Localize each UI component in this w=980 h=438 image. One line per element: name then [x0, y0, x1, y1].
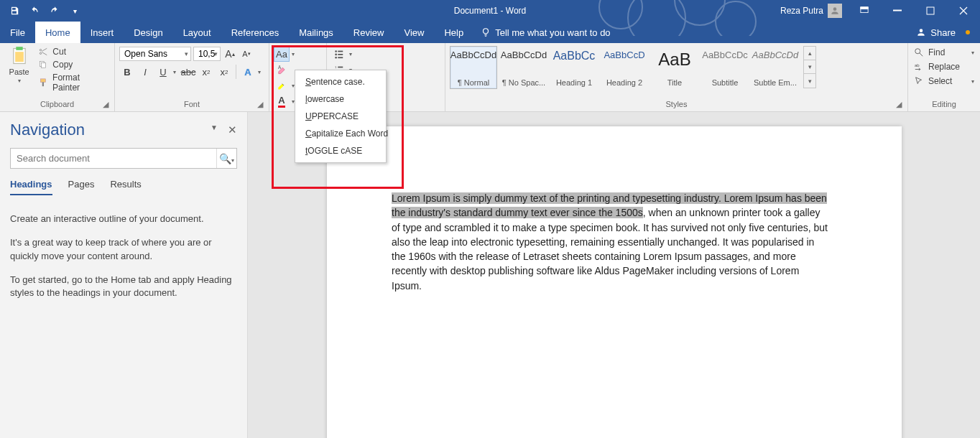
share-label: Share [930, 27, 956, 38]
style-no-spacing[interactable]: AaBbCcDd¶ No Spac... [500, 46, 547, 89]
font-name-select[interactable]: Open Sans▾ [119, 47, 191, 61]
svg-point-2 [675, 0, 725, 25]
svg-rect-15 [42, 63, 46, 68]
copy-icon [38, 60, 48, 70]
nav-pane-close[interactable]: ✕ [228, 124, 237, 136]
nav-tab-headings[interactable]: Headings [10, 179, 52, 195]
tab-view[interactable]: View [394, 22, 434, 43]
replace-button[interactable]: abReplace [912, 60, 976, 73]
style-title[interactable]: AaBTitle [651, 46, 698, 89]
paste-button[interactable]: Paste ▾ [4, 46, 34, 98]
styles-scroll-up[interactable]: ▴ [804, 47, 815, 60]
styles-expand[interactable]: ▾ [804, 74, 815, 88]
clipboard-icon [9, 46, 29, 66]
svg-rect-16 [41, 79, 46, 83]
chevron-down-icon: ▾ [971, 78, 974, 85]
menu-sentence-case[interactable]: Sentence case. [295, 73, 386, 90]
cut-button[interactable]: Cut [37, 46, 110, 57]
style-heading1[interactable]: AaBbCcHeading 1 [550, 46, 598, 89]
svg-rect-6 [893, 10, 902, 11]
nav-pane-menu[interactable]: ▼ [211, 124, 218, 136]
undo-button[interactable] [26, 2, 43, 19]
highlight-button[interactable] [274, 78, 290, 93]
superscript-button[interactable]: x2 [216, 64, 232, 80]
tab-home[interactable]: Home [35, 22, 80, 43]
user-account[interactable]: Reza Putra [775, 4, 848, 18]
qat-customize[interactable]: ▾ [66, 2, 83, 19]
italic-button[interactable]: I [137, 64, 153, 80]
tab-mailings[interactable]: Mailings [289, 22, 343, 43]
notification-dot-icon [966, 30, 970, 34]
svg-point-10 [484, 29, 489, 34]
shrink-font-button[interactable]: A▾ [239, 46, 254, 62]
tab-references[interactable]: References [221, 22, 289, 43]
menu-uppercase[interactable]: UPPERCASE [295, 108, 386, 125]
dialog-launcher-styles[interactable]: ◢ [895, 100, 903, 108]
style-subtle-emphasis[interactable]: AaBbCcDdSubtle Em... [752, 46, 799, 89]
format-painter-button[interactable]: Format Painter [37, 72, 110, 93]
minimize-button[interactable] [881, 0, 914, 22]
nav-tab-results[interactable]: Results [110, 179, 141, 195]
document-page[interactable]: Lorem Ipsum is simply dummy text of the … [327, 126, 902, 438]
share-button[interactable]: Share [906, 22, 980, 43]
redo-button[interactable] [46, 2, 63, 19]
nav-tab-pages[interactable]: Pages [68, 179, 95, 195]
grow-font-button[interactable]: A▴ [223, 46, 237, 62]
styles-scroll-down[interactable]: ▾ [804, 60, 815, 74]
close-button[interactable] [947, 0, 980, 22]
svg-rect-12 [16, 47, 22, 50]
font-color-button[interactable]: A [274, 93, 290, 109]
bold-button[interactable]: B [119, 64, 135, 80]
style-subtitle[interactable]: AaBbCcDcSubtitle [701, 46, 749, 89]
tab-help[interactable]: Help [434, 22, 473, 43]
menu-toggle-case[interactable]: tOGGLE cASE [295, 142, 386, 159]
change-case-dropdown[interactable]: ▾ [290, 51, 297, 57]
dialog-launcher-font[interactable]: ◢ [256, 100, 264, 108]
chevron-down-icon: ▾ [971, 50, 974, 56]
maximize-button[interactable] [914, 0, 947, 22]
find-button[interactable]: Find▾ [912, 46, 976, 59]
clear-formatting-button[interactable]: A [274, 62, 290, 78]
brush-icon [38, 78, 48, 88]
underline-button[interactable]: U [155, 64, 171, 80]
underline-dropdown[interactable]: ▾ [171, 69, 178, 75]
tab-design[interactable]: Design [124, 22, 172, 43]
group-styles: AaBbCcDd¶ Normal AaBbCcDd¶ No Spac... Aa… [445, 43, 908, 111]
quick-access-toolbar: ▾ [0, 2, 83, 19]
style-heading2[interactable]: AaBbCcDHeading 2 [601, 46, 648, 89]
group-label-clipboard: Clipboard [40, 100, 74, 108]
menu-capitalize-each-word[interactable]: Capitalize Each Word [295, 125, 386, 142]
tab-insert[interactable]: Insert [80, 22, 124, 43]
save-button[interactable] [6, 2, 23, 19]
change-case-button[interactable]: Aa [274, 46, 290, 62]
nav-search: 🔍▾ [10, 148, 237, 169]
svg-rect-17 [42, 82, 44, 86]
font-size-select[interactable]: 10,5▾ [193, 47, 221, 61]
tab-review[interactable]: Review [343, 22, 394, 43]
ribbon: Paste ▾ Cut Copy Format Painter Clipboar… [0, 43, 980, 112]
select-button[interactable]: Select▾ [912, 75, 976, 88]
bullets-icon [334, 49, 344, 59]
document-paragraph[interactable]: Lorem Ipsum is simply dummy text of the … [392, 191, 830, 293]
menu-lowercase[interactable]: lowercase [295, 90, 386, 108]
text-effects-dropdown[interactable]: ▾ [256, 69, 263, 75]
tab-layout[interactable]: Layout [173, 22, 221, 43]
tab-file[interactable]: File [0, 22, 35, 43]
dialog-launcher-clipboard[interactable]: ◢ [101, 100, 110, 108]
text-effects-button[interactable]: A [240, 64, 256, 80]
bullets-dropdown[interactable]: ▾ [347, 51, 354, 57]
strikethrough-button[interactable]: abc [180, 64, 196, 80]
change-case-menu: Sentence case. lowercase UPPERCASE Capit… [295, 70, 387, 163]
group-font: Open Sans▾ 10,5▾ A▴ A▾ B I U▾ abc x2 x2 … [115, 43, 269, 111]
svg-line-60 [920, 53, 923, 56]
replace-icon: ab [914, 62, 924, 72]
subscript-button[interactable]: x2 [198, 64, 214, 80]
ribbon-display-options[interactable] [848, 0, 881, 22]
copy-button[interactable]: Copy [37, 59, 110, 70]
nav-search-button[interactable]: 🔍▾ [216, 149, 236, 168]
style-normal[interactable]: AaBbCcDd¶ Normal [450, 46, 497, 89]
tell-me-search[interactable]: Tell me what you want to do [473, 22, 617, 43]
nav-search-input[interactable] [11, 149, 216, 168]
bullets-button[interactable] [331, 46, 347, 62]
chevron-down-icon: ▾ [214, 50, 218, 57]
